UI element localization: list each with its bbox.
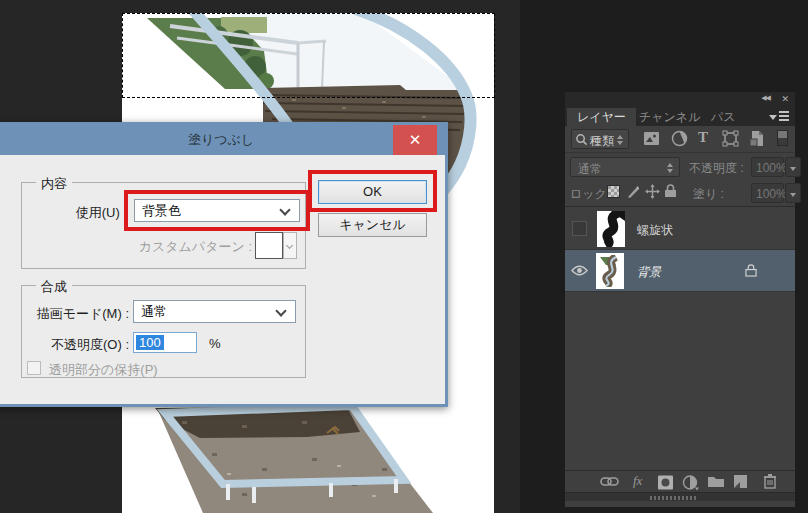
layers-panel: ◀◀ ✕ レイヤー チャンネル パス 種類 T 通	[565, 92, 795, 507]
kind-filter-select[interactable]: 種類	[571, 129, 629, 149]
background-thumb	[598, 255, 622, 287]
blend-mode-select[interactable]: 通常	[570, 157, 680, 177]
opacity-value-box[interactable]: 100%	[751, 157, 784, 177]
smart-object-filter-icon[interactable]	[748, 130, 765, 147]
layer-mask-icon[interactable]	[657, 474, 674, 491]
chevron-down-icon	[790, 192, 797, 197]
opacity-label: 不透明度 :	[689, 160, 744, 177]
blend-row: 通常 不透明度 : 100%	[565, 152, 795, 180]
use-label: 使用(U) :	[17, 204, 127, 222]
panel-tabbar: レイヤー チャンネル パス	[565, 108, 795, 126]
new-group-icon[interactable]	[707, 475, 725, 488]
custom-pattern-swatch	[255, 232, 283, 259]
new-layer-icon[interactable]	[733, 474, 748, 489]
lock-all-icon[interactable]	[664, 184, 677, 198]
spiral-shape-thumb	[597, 211, 625, 247]
link-icon[interactable]	[600, 475, 619, 488]
delete-layer-icon[interactable]	[763, 473, 777, 489]
opacity-input[interactable]: 100	[133, 332, 197, 353]
fill-value: 100%	[756, 187, 787, 201]
close-panel-icon[interactable]: ✕	[781, 94, 789, 104]
photoshop-window: 塗りつぶし ✕ 内容 使用(U) : 背景色 カスタムパターン : 合成 描画モ…	[0, 0, 808, 513]
panel-scrollbar[interactable]	[565, 492, 795, 501]
selection-marching-ants	[122, 13, 495, 98]
opacity-label: 不透明度(O) :	[17, 336, 129, 354]
custom-pattern-label: カスタムパターン :	[97, 238, 252, 256]
fill-dropdown-button[interactable]	[785, 183, 801, 203]
chevron-down-icon	[275, 305, 286, 316]
chevron-down-icon	[286, 242, 293, 249]
percent-sign: %	[209, 336, 221, 351]
layer-row-background[interactable]: 背景	[565, 250, 795, 292]
lock-transparency-icon[interactable]	[607, 185, 620, 198]
dialog-close-button[interactable]: ✕	[393, 125, 437, 155]
panel-bottom-toolbar: fx	[565, 470, 795, 492]
dialog-title: 塗りつぶし	[0, 125, 445, 155]
tab-paths-label: パス	[711, 110, 736, 124]
mode-label: 描画モード(M) :	[17, 305, 129, 323]
mode-select-value: 通常	[141, 303, 167, 321]
mode-select[interactable]: 通常	[133, 300, 296, 323]
kind-filter-label: 種類	[590, 133, 614, 150]
cancel-button-label: キャンセル	[339, 217, 406, 232]
tab-channels[interactable]: チャンネル	[629, 108, 710, 126]
drag-handle[interactable]	[650, 496, 696, 500]
search-icon	[575, 133, 588, 146]
visibility-eye-icon[interactable]	[571, 265, 588, 276]
layer-name[interactable]: 螺旋状	[637, 222, 673, 239]
tab-channels-label: チャンネル	[639, 110, 700, 124]
fx-icon[interactable]: fx	[633, 473, 642, 489]
layer-lock-icon	[745, 264, 757, 277]
fill-value-box[interactable]: 100%	[751, 183, 784, 203]
use-select-highlight	[124, 190, 310, 231]
panel-menu-icon[interactable]	[769, 111, 789, 123]
filter-toggle[interactable]	[777, 130, 788, 146]
tab-layers-label: レイヤー	[577, 110, 626, 124]
lock-pixels-icon[interactable]	[626, 184, 641, 199]
tab-paths[interactable]: パス	[701, 108, 746, 126]
layers-list: 螺旋状 背景	[565, 206, 795, 470]
fill-dialog: 塗りつぶし ✕ 内容 使用(U) : 背景色 カスタムパターン : 合成 描画モ…	[0, 122, 448, 407]
updown-arrows-icon	[667, 163, 674, 173]
dialog-titlebar[interactable]: 塗りつぶし	[0, 125, 445, 155]
opacity-input-value: 100	[136, 335, 164, 350]
collapse-panels-icon[interactable]: ◀◀	[761, 94, 770, 102]
adjustment-filter-icon[interactable]	[671, 130, 688, 147]
opacity-value: 100%	[756, 161, 787, 175]
filter-row: 種類 T	[565, 126, 795, 152]
layer-thumbnail[interactable]	[597, 211, 625, 247]
lock-position-icon[interactable]	[645, 184, 660, 199]
layer-thumbnail[interactable]	[596, 253, 624, 289]
tab-layers[interactable]: レイヤー	[567, 108, 636, 126]
updown-arrows-icon	[617, 135, 624, 145]
contents-group-legend: 内容	[36, 175, 72, 193]
custom-pattern-dropdown	[283, 232, 297, 259]
shape-filter-icon[interactable]	[722, 130, 739, 147]
blending-group-legend: 合成	[36, 278, 72, 296]
fill-label: 塗り :	[693, 186, 724, 203]
ok-button[interactable]: OK	[318, 180, 427, 204]
preserve-transparency-label: 透明部分の保持(P)	[49, 361, 158, 379]
adjustment-layer-icon[interactable]	[682, 474, 699, 491]
ok-button-label: OK	[363, 184, 382, 199]
layer-row-spiral[interactable]: 螺旋状	[565, 208, 795, 250]
pixel-filter-icon[interactable]	[643, 130, 660, 147]
preserve-transparency-checkbox[interactable]	[27, 361, 41, 375]
opacity-dropdown-button[interactable]	[785, 157, 801, 177]
chevron-down-icon	[790, 166, 797, 171]
type-filter-icon[interactable]: T	[698, 129, 714, 146]
cancel-button[interactable]: キャンセル	[318, 213, 427, 237]
visibility-toggle[interactable]	[572, 221, 587, 236]
close-icon: ✕	[409, 131, 422, 148]
lock-row: ロック : 塗り : 100%	[565, 180, 795, 206]
blend-mode-value: 通常	[578, 161, 602, 178]
panel-header: ◀◀ ✕	[565, 92, 795, 108]
layer-name[interactable]: 背景	[637, 264, 661, 281]
